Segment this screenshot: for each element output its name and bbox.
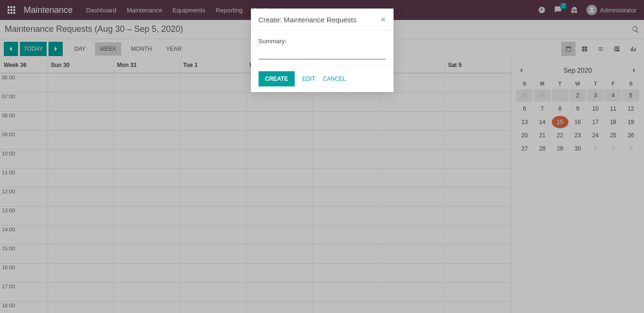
summary-label: Summary: bbox=[259, 38, 386, 45]
modal-title: Create: Maintenance Requests bbox=[259, 16, 357, 24]
cancel-button[interactable]: CANCEL bbox=[323, 76, 346, 82]
edit-button[interactable]: EDIT bbox=[302, 76, 315, 82]
create-button[interactable]: CREATE bbox=[259, 71, 295, 86]
close-icon[interactable]: × bbox=[381, 15, 386, 24]
create-modal: Create: Maintenance Requests × Summary: … bbox=[251, 9, 394, 92]
summary-input[interactable] bbox=[259, 47, 386, 59]
